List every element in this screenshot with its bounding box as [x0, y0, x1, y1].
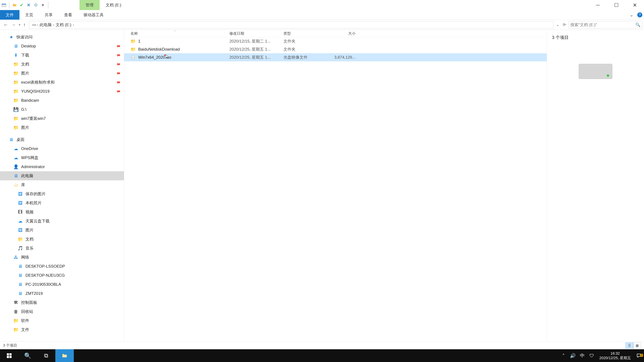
file-explorer-taskbar-button[interactable]	[55, 349, 74, 362]
up-button[interactable]: ↑	[23, 22, 26, 27]
column-header-type[interactable]: 类型	[284, 31, 329, 36]
tree-network[interactable]: 🖧 网络	[0, 253, 124, 262]
maximize-button[interactable]: ☐	[607, 0, 626, 10]
pin-icon: 📌	[115, 61, 121, 67]
chevron-right-icon[interactable]: ›	[72, 22, 75, 27]
tree-saved-pics[interactable]: 🖼 保存的图片	[0, 189, 124, 198]
context-tab-manage[interactable]: 管理	[80, 0, 100, 10]
tree-admin[interactable]: 👤 Administrator	[0, 162, 124, 171]
task-view-button[interactable]: ⧉	[37, 349, 55, 362]
ribbon-tab-home[interactable]: 主页	[20, 10, 39, 19]
tree-label: 软件	[21, 318, 29, 323]
chevron-right-icon[interactable]: ›	[52, 22, 55, 27]
search-input[interactable]	[570, 22, 636, 27]
tree-bandicam[interactable]: 📁 Bandicam	[0, 96, 124, 105]
close-button[interactable]: ✕	[626, 0, 644, 10]
column-header-date[interactable]: 修改日期	[230, 31, 284, 36]
tree-tianyi[interactable]: ☁ 天翼云盘下载	[0, 217, 124, 226]
column-header-size[interactable]: 大小	[329, 31, 359, 36]
folder-icon[interactable]	[12, 2, 18, 8]
tree-control-panel[interactable]: 🛠 控制面板	[0, 298, 124, 307]
ribbon-tab-drive-tools[interactable]: 驱动器工具	[78, 10, 109, 19]
tree-net-host[interactable]: 🖥 DESKTOP-NJEU3CG	[0, 271, 124, 280]
tree-desktop-root[interactable]: 🖥 桌面	[0, 135, 124, 144]
pc-icon: 🖥	[18, 291, 23, 296]
drive-icon	[32, 23, 36, 27]
thumbnails-view-button[interactable]: ▦	[633, 343, 641, 349]
chevron-right-icon[interactable]: ›	[36, 22, 39, 27]
clock-date: 2020/12/25, 星期五	[600, 356, 631, 360]
breadcrumb-item-thispc[interactable]: 此电脑	[39, 22, 52, 27]
search-box[interactable]: 🔍	[568, 21, 642, 28]
check-icon[interactable]: ✔	[19, 2, 24, 8]
tree-label: OneDrive	[21, 146, 38, 151]
tree-files[interactable]: 📁 文件	[0, 325, 124, 334]
recent-dropdown-icon[interactable]: ▾	[19, 23, 20, 27]
file-type: 光盘映像文件	[284, 55, 329, 60]
tray-overflow-icon[interactable]: ˄	[559, 353, 568, 359]
taskbar-clock[interactable]: 16:32 2020/12/25, 星期五	[596, 351, 634, 360]
tree-libraries[interactable]: 🗂 库	[0, 180, 124, 189]
system-tray: ˄ 🔊 中 🛡 16:32 2020/12/25, 星期五 3	[559, 349, 644, 362]
tree-net-host[interactable]: 🖥 DESKTOP-LSSOEDP	[0, 262, 124, 271]
address-dropdown-icon[interactable]: ⌄	[555, 23, 560, 27]
tree-quick-access[interactable]: ★ 快速访问	[0, 32, 124, 41]
search-icon[interactable]: 🔍	[636, 22, 640, 27]
preview-pane: 3 个项目	[547, 30, 644, 341]
action-center-button[interactable]: 3	[634, 353, 644, 358]
ribbon-tab-file[interactable]: 文件	[0, 10, 20, 19]
qat-dropdown-icon[interactable]: ▾	[40, 2, 46, 8]
separator	[9, 2, 10, 8]
tree-wps[interactable]: ☁ WPS网盘	[0, 153, 124, 162]
tree-video[interactable]: 🎞 视频	[0, 207, 124, 217]
tree-downloads[interactable]: ⬇ 下载 📌	[0, 51, 124, 60]
column-header-name[interactable]: 名称 ˄	[130, 31, 230, 36]
folder-icon: 📁	[13, 61, 19, 67]
security-icon[interactable]: 🛡	[587, 353, 596, 359]
tree-software[interactable]: 📁 软件	[0, 316, 124, 325]
tree-pictures[interactable]: 📁 图片 📌	[0, 69, 124, 78]
tree-music[interactable]: 🎵 音乐	[0, 244, 124, 253]
start-button[interactable]	[0, 349, 18, 362]
svg-rect-10	[62, 355, 67, 357]
ime-indicator[interactable]: 中	[578, 353, 587, 359]
tree-yunqishi[interactable]: 📁 YUNQISHI2019 📌	[0, 87, 124, 96]
tree-camera-roll[interactable]: 🖼 本机照片	[0, 198, 124, 207]
ribbon-tab-share[interactable]: 共享	[39, 10, 58, 19]
tree-win7reinstall[interactable]: 📁 win7重装win7	[0, 114, 124, 123]
tree-documents2[interactable]: 📁 文档	[0, 235, 124, 244]
tree-excel-folder[interactable]: 📁 excel表格制作求和 📌	[0, 78, 124, 87]
tree-gdrive[interactable]: 💾 G:\	[0, 105, 124, 114]
tree-thispc[interactable]: 🖥 此电脑	[0, 171, 124, 180]
ribbon-expand-icon[interactable]: ⌄	[628, 12, 634, 18]
tree-onedrive[interactable]: ☁ OneDrive	[0, 144, 124, 153]
tree-net-host[interactable]: 🖥 PC-20190530OBLA	[0, 280, 124, 289]
tree-documents[interactable]: 📁 文档 📌	[0, 60, 124, 69]
tree-pictures3[interactable]: 🖼 图片	[0, 226, 124, 235]
control-panel-icon: 🛠	[13, 300, 19, 305]
help-icon[interactable]: ?	[637, 12, 642, 17]
x-icon[interactable]: ✕	[26, 2, 32, 8]
file-row[interactable]: 📁 1 2020/12/15, 星期二 1... 文件夹	[124, 37, 547, 45]
file-row[interactable]: 📁 BaiduNetdiskDownload 2020/12/25, 星期五 1…	[124, 45, 547, 53]
minimize-button[interactable]: ─	[589, 0, 607, 10]
search-button[interactable]: 🔍	[18, 349, 37, 362]
forward-button[interactable]: →	[11, 22, 16, 27]
back-button[interactable]: ←	[3, 22, 8, 27]
tree-net-host[interactable]: 🖥 ZMT2019	[0, 289, 124, 298]
tree-label: PC-20190530OBLA	[26, 282, 61, 287]
breadcrumb-item-drive[interactable]: 文档 (E:)	[55, 22, 72, 27]
refresh-icon[interactable]: ⟳	[562, 23, 567, 27]
navigation-pane[interactable]: ★ 快速访问 🖥 Desktop 📌 ⬇ 下载 📌 📁 文档 📌 📁 图片 📌 …	[0, 30, 124, 341]
gear-icon[interactable]: ⚙	[33, 2, 38, 8]
details-view-button[interactable]: ☰	[626, 343, 633, 349]
tree-desktop[interactable]: 🖥 Desktop 📌	[0, 41, 124, 51]
ribbon-tab-view[interactable]: 查看	[58, 10, 78, 19]
file-row[interactable]: Win7x64_2020.iso 2020/12/25, 星期五 1... 光盘…	[124, 53, 547, 61]
tree-pictures2[interactable]: 📁 图片	[0, 123, 124, 132]
tree-recycle-bin[interactable]: 🗑 回收站	[0, 307, 124, 316]
folder-icon: 📁	[13, 318, 19, 324]
volume-icon[interactable]: 🔊	[568, 353, 578, 359]
breadcrumb[interactable]: › 此电脑 › 文档 (E:) ›	[29, 21, 554, 28]
drive-icon: 💾	[13, 107, 19, 112]
